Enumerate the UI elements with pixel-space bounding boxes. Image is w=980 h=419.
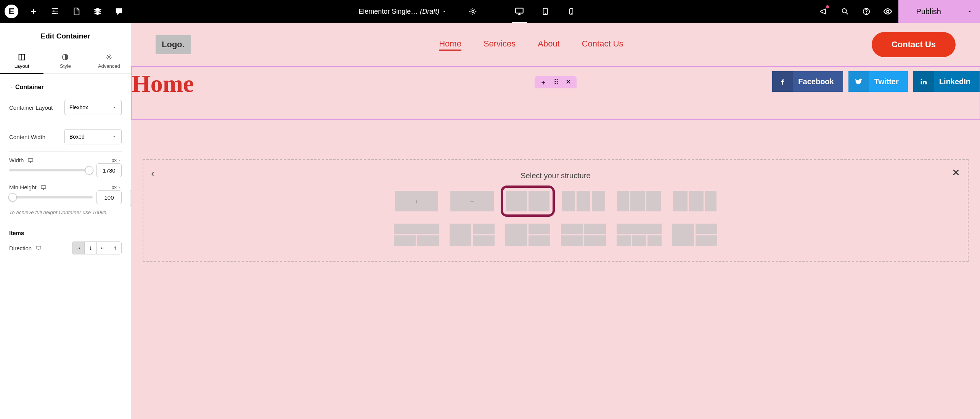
nav-menu: Home Services About Contact Us [206,39,856,51]
add-element-button[interactable] [23,0,44,23]
chevron-down-icon [118,158,122,162]
publish-button[interactable]: Publish [898,0,959,23]
preset-1-3[interactable] [617,224,662,246]
topbar: E Elementor Single… (Draft) Publish [0,0,980,23]
direction-row-button[interactable]: → [72,242,85,254]
nav-contact[interactable]: Contact Us [582,39,623,51]
min-height-unit-select[interactable]: px [111,184,122,190]
tablet-view-button[interactable] [532,0,558,23]
contact-cta-button[interactable]: Contact Us [872,32,956,57]
section-container-head[interactable]: Container [9,74,122,93]
canvas[interactable]: Logo. Home Services About Contact Us Con… [131,23,980,419]
twitter-icon [848,71,869,92]
help-button[interactable] [856,0,877,23]
elementor-logo[interactable]: E [0,0,23,23]
finder-search-button[interactable] [834,0,856,23]
social-buttons: Facebook Twitter LinkedIn [772,71,980,92]
device-switcher [506,0,584,23]
preset-column-single[interactable]: ↓ [394,190,439,212]
chevron-down-icon [118,186,122,189]
mobile-view-button[interactable] [558,0,584,23]
site-logo[interactable]: Logo. [156,35,191,54]
nav-about[interactable]: About [538,39,560,51]
slider-thumb[interactable] [8,193,17,202]
publish-options-button[interactable] [959,0,980,23]
svg-rect-4 [516,8,523,13]
chevron-down-icon [442,9,447,14]
preset-1-2[interactable] [617,190,662,212]
topbar-left: E [0,0,130,23]
linkedin-button[interactable]: LinkedIn [913,71,980,92]
svg-point-12 [887,10,889,13]
panel-body: Container Container Layout Flexbox Conte… [0,74,131,419]
facebook-button[interactable]: Facebook [772,71,843,92]
sidebar-tabs: Layout Style Advanced [0,48,131,74]
direction-row-reverse-button[interactable]: ← [97,242,109,254]
tab-style[interactable]: Style [43,48,87,74]
desktop-view-button[interactable] [506,0,532,23]
tab-advanced[interactable]: Advanced [87,48,131,74]
preset-mixed[interactable] [672,224,717,246]
style-icon [61,53,69,61]
width-input[interactable] [96,163,122,177]
min-height-input[interactable] [96,190,122,204]
svg-point-16 [108,56,110,58]
tab-layout[interactable]: Layout [0,48,43,74]
preset-right-stack[interactable] [505,224,550,246]
structure-picker: ‹ ✕ Select your structure ↓ → [143,159,969,262]
min-height-label: Min Height [9,184,47,190]
preset-3col[interactable] [561,190,606,212]
svg-rect-19 [36,246,41,249]
site-header: Logo. Home Services About Contact Us Con… [131,23,980,66]
width-unit-select[interactable]: px [111,157,122,163]
linkedin-icon [913,71,934,92]
preset-1-over-2[interactable] [394,224,439,246]
chevron-down-icon [112,105,117,110]
twitter-button[interactable]: Twitter [848,71,908,92]
advanced-icon [105,53,113,61]
draft-label: (Draft) [420,8,439,16]
preset-2-1[interactable] [672,190,717,212]
svg-rect-17 [28,158,33,161]
desktop-icon[interactable] [35,245,42,251]
slider-thumb[interactable] [85,166,93,174]
width-slider[interactable] [9,169,93,171]
revisions-button[interactable] [87,0,108,23]
direction-column-reverse-button[interactable]: ↑ [109,242,121,254]
document-settings-button[interactable] [462,0,484,23]
preset-row-single[interactable]: → [450,190,495,212]
topbar-center: Elementor Single… (Draft) [130,0,813,23]
svg-point-0 [56,13,58,14]
container-layout-label: Container Layout [9,104,53,111]
notes-button[interactable] [108,0,130,23]
preset-left-stack[interactable] [450,224,495,246]
structure-close-button[interactable]: ✕ [952,167,960,179]
svg-point-11 [866,13,867,13]
facebook-icon [772,71,793,92]
preset-2x2[interactable] [561,224,606,246]
direction-buttons: → ↓ ← ↑ [72,241,122,254]
preset-2col[interactable] [505,190,550,212]
container-layout-select[interactable]: Flexbox [64,100,122,115]
page-settings-button[interactable] [66,0,87,23]
content-width-select[interactable]: Boxed [64,129,122,144]
selected-container[interactable]: Home Facebook Twitter LinkedIn [131,66,980,120]
svg-point-3 [472,10,474,13]
min-height-hint: To achieve full height Container use 100… [9,207,122,222]
width-label: Width [9,157,34,163]
direction-column-button[interactable]: ↓ [85,242,97,254]
desktop-icon[interactable] [27,157,34,163]
nav-services[interactable]: Services [484,39,516,51]
editor-sidebar: Edit Container Layout Style Advanced Con… [0,23,131,419]
desktop-icon[interactable] [40,184,47,190]
document-title[interactable]: Elementor Single… (Draft) [358,8,447,16]
min-height-slider[interactable] [9,196,93,198]
svg-point-2 [55,8,57,10]
structure-back-button[interactable]: ‹ [151,168,154,179]
announcements-button[interactable] [813,0,834,23]
site-settings-button[interactable] [44,0,66,23]
nav-home[interactable]: Home [439,39,461,51]
document-name: Elementor Single… [358,8,418,16]
svg-point-8 [571,13,572,14]
preview-button[interactable] [877,0,898,23]
